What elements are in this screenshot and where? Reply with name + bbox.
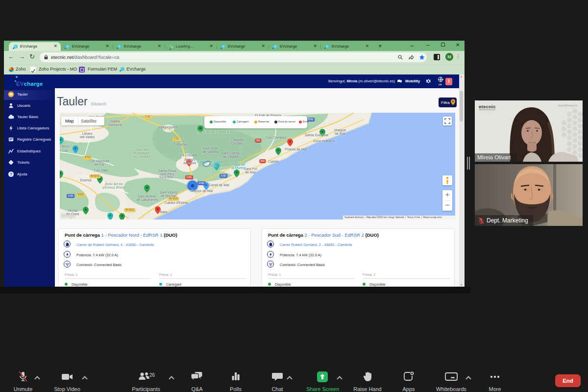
- svg-text:etecnic: etecnic: [479, 104, 496, 109]
- svg-text:?: ?: [10, 172, 12, 176]
- svg-text:etecnic@etecnic.es: etecnic@etecnic.es: [558, 104, 578, 107]
- svg-text:26: 26: [149, 372, 155, 378]
